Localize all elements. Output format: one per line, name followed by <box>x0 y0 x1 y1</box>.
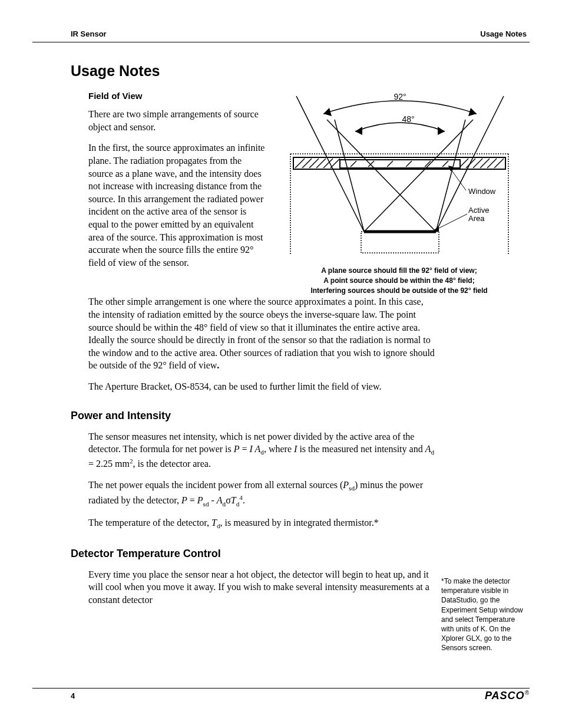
logo-text: PASCO <box>485 690 525 701</box>
power-para-2: The net power equals the incident power … <box>88 479 435 508</box>
sidenote: *To make the detector temperature visibl… <box>441 577 527 653</box>
diagram-label-48: 48° <box>402 114 414 124</box>
svg-marker-33 <box>355 127 362 135</box>
fov-text-column: Field of View There are two simple arran… <box>88 90 276 277</box>
fov-para-3: The other simple arrangement is one wher… <box>88 295 435 372</box>
fov-figure-column: 92° 48° Window Active Area A plane sourc… <box>276 90 523 295</box>
fov-continued: The other simple arrangement is one wher… <box>88 295 435 393</box>
svg-line-28 <box>327 120 436 232</box>
diagram-label-active-1: Active <box>468 206 489 215</box>
page-number: 4 <box>71 691 75 700</box>
svg-rect-23 <box>361 232 439 253</box>
power-heading: Power and Intensity <box>32 410 530 422</box>
page-footer: 4 PASCO® <box>32 688 530 702</box>
svg-line-27 <box>364 120 473 232</box>
figure-caption-line-2: A point source should be within the 48° … <box>276 276 523 286</box>
page: IR Sensor Usage Notes Usage Notes Field … <box>0 0 562 728</box>
fov-para-2: In the first, the source approximates an… <box>88 141 265 269</box>
fov-para-1: There are two simple arrangements of sou… <box>88 108 265 133</box>
figure-caption-line-1: A plane source should fill the 92° field… <box>276 266 523 276</box>
fov-para-4: The Aperture Bracket, OS-8534, can be us… <box>88 380 435 393</box>
logo: PASCO® <box>485 690 530 702</box>
header-right: Usage Notes <box>480 29 527 38</box>
field-of-view-diagram: 92° 48° Window Active Area <box>279 90 520 261</box>
logo-reg: ® <box>525 690 530 696</box>
field-of-view-row: Field of View There are two simple arran… <box>88 90 523 295</box>
diagram-label-window: Window <box>468 187 496 196</box>
fov-heading: Field of View <box>88 90 265 102</box>
detector-heading: Detector Temperature Control <box>32 548 530 560</box>
detector-para-1: Every time you place the sensor near a h… <box>88 568 435 607</box>
svg-line-29 <box>335 120 364 232</box>
svg-marker-31 <box>323 108 332 116</box>
header-left: IR Sensor <box>71 29 107 38</box>
svg-marker-38 <box>433 226 439 232</box>
power-para-3: The temperature of the detector, Td, is … <box>88 516 435 531</box>
svg-marker-34 <box>438 127 445 135</box>
svg-line-30 <box>436 120 465 232</box>
diagram-label-active-2: Area <box>468 214 485 223</box>
diagram-label-92: 92° <box>394 92 406 101</box>
svg-marker-32 <box>468 108 477 116</box>
detector-body: Every time you place the sensor near a h… <box>88 568 435 607</box>
page-title: Usage Notes <box>32 62 530 80</box>
page-header: IR Sensor Usage Notes <box>32 29 530 42</box>
figure-caption-line-3: Interfering sources should be outside of… <box>276 286 523 296</box>
power-body: The sensor measures net intensity, which… <box>88 430 435 531</box>
power-para-1: The sensor measures net intensity, which… <box>88 430 435 471</box>
figure-caption: A plane source should fill the 92° field… <box>276 266 523 295</box>
svg-rect-16 <box>340 160 460 168</box>
